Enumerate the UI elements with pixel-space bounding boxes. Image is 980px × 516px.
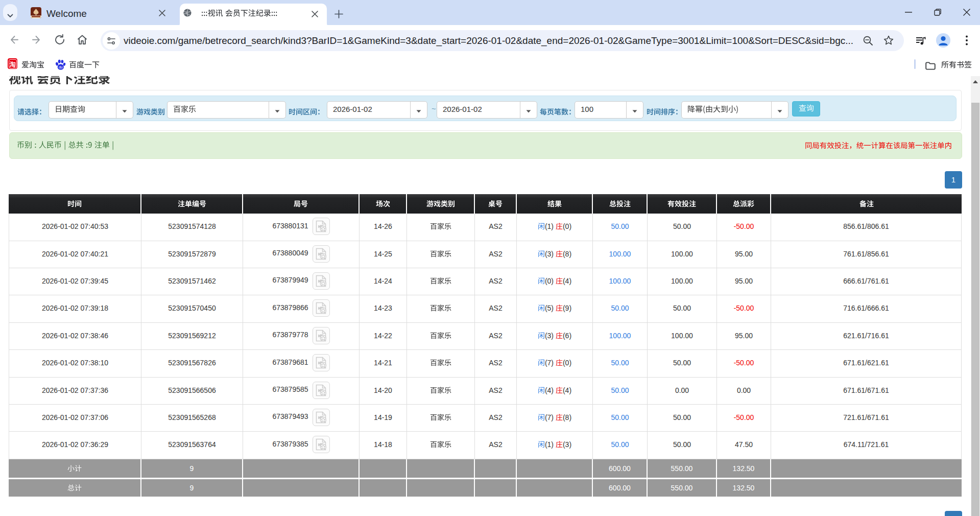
svg-text:du: du (59, 65, 63, 69)
